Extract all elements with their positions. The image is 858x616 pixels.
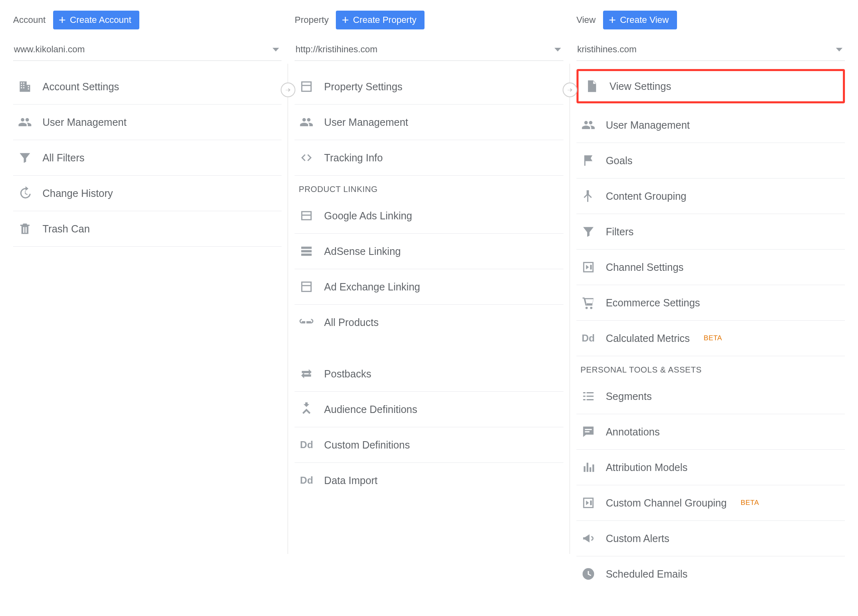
create-view-label: Create View [620,15,668,25]
scheduled-emails-item[interactable]: Scheduled Emails [576,556,845,591]
link-icon [299,315,314,330]
merge-icon [581,188,596,204]
custom-channel-grouping-item[interactable]: Custom Channel GroupingBETA [576,485,845,521]
megaphone-icon [581,531,596,546]
swap-icon [299,366,314,382]
postbacks-label: Postbacks [324,368,371,380]
move-right-icon[interactable] [563,83,577,97]
channels-icon [581,259,596,275]
comment-icon [581,424,596,440]
page-icon [584,78,600,94]
cart-icon [581,295,596,310]
beta-badge: BETA [741,499,759,507]
custom-definitions-item[interactable]: DdCustom Definitions [295,427,563,463]
admin-columns: Account + Create Account www.kikolani.co… [7,7,851,609]
caret-down-icon [836,48,842,51]
channels-icon [581,495,596,511]
code-icon [299,150,314,165]
audience-definitions-item[interactable]: Audience Definitions [295,392,563,427]
annotations-item[interactable]: Annotations [576,414,845,450]
property-settings-label: Property Settings [324,81,402,93]
google-ads-linking-item[interactable]: Google Ads Linking [295,198,563,234]
caret-down-icon [273,48,279,51]
custom-channel-grouping-label: Custom Channel Grouping [606,497,727,509]
property-linking: Google Ads LinkingAdSense LinkingAd Exch… [295,198,563,340]
layout-icon [299,79,314,94]
personal-tools-heading: PERSONAL TOOLS & ASSETS [576,356,845,379]
create-account-button[interactable]: + Create Account [53,11,140,29]
property-items: Property SettingsUser ManagementTracking… [295,69,563,176]
people-icon [17,114,33,130]
view-tools: SegmentsAnnotationsAttribution ModelsCus… [576,379,845,591]
ecommerce-settings-item[interactable]: Ecommerce Settings [576,285,845,321]
plus-icon: + [609,16,616,24]
goals-label: Goals [606,155,632,167]
dd-icon: Dd [581,330,596,346]
content-grouping-item[interactable]: Content Grouping [576,179,845,214]
attribution-models-label: Attribution Models [606,462,688,473]
account-selected: www.kikolani.com [14,44,85,55]
all-filters-item[interactable]: All Filters [13,140,282,176]
list-icon [299,243,314,259]
account-selector[interactable]: www.kikolani.com [13,41,282,61]
custom-alerts-label: Custom Alerts [606,533,670,545]
adsense-linking-item[interactable]: AdSense Linking [295,234,563,269]
caret-down-icon [554,48,561,51]
history-icon [17,185,33,201]
dd-icon: Dd [299,473,314,488]
attribution-models-item[interactable]: Attribution Models [576,450,845,485]
view-header: View + Create View [576,7,845,29]
channel-settings-item[interactable]: Channel Settings [576,250,845,285]
account-settings-item[interactable]: Account Settings [13,69,282,105]
audience-definitions-label: Audience Definitions [324,404,417,415]
scheduled-emails-label: Scheduled Emails [606,568,688,580]
user-management-item[interactable]: User Management [13,105,282,140]
filters-label: Filters [606,226,634,238]
change-history-label: Change History [42,187,113,199]
product-linking-heading: PRODUCT LINKING [295,176,563,198]
property-settings-item[interactable]: Property Settings [295,69,563,105]
create-property-label: Create Property [353,15,416,25]
view-settings-label: View Settings [610,80,671,92]
filters-item[interactable]: Filters [576,214,845,250]
plus-icon: + [59,16,66,24]
change-history-item[interactable]: Change History [13,176,282,211]
bars-icon [581,460,596,475]
all-products-label: All Products [324,317,378,328]
view-label: View [576,15,596,25]
create-view-button[interactable]: + Create View [603,11,677,29]
view-selector[interactable]: kristihines.com [576,41,845,61]
user-management-item[interactable]: User Management [576,107,845,143]
account-settings-label: Account Settings [42,81,119,93]
ad-exchange-linking-item[interactable]: Ad Exchange Linking [295,269,563,305]
account-items: Account SettingsUser ManagementAll Filte… [13,69,282,247]
segments-item[interactable]: Segments [576,379,845,414]
calculated-metrics-item[interactable]: DdCalculated MetricsBETA [576,321,845,356]
account-column: Account + Create Account www.kikolani.co… [7,7,288,609]
segments-label: Segments [606,391,652,402]
split-icon [299,402,314,417]
create-property-button[interactable]: + Create Property [336,11,425,29]
user-management-label: User Management [324,116,408,128]
plus-icon: + [342,16,349,24]
account-header: Account + Create Account [13,7,282,29]
dd-icon: Dd [299,437,314,453]
property-column: Property + Create Property http://kristi… [288,7,570,609]
create-account-label: Create Account [70,15,131,25]
property-selected: http://kristihines.com [295,44,378,55]
data-import-item[interactable]: DdData Import [295,463,563,498]
custom-alerts-item[interactable]: Custom Alerts [576,521,845,556]
channel-settings-label: Channel Settings [606,261,684,273]
account-label: Account [13,15,46,25]
tracking-info-item[interactable]: Tracking Info [295,140,563,176]
layout-icon [299,279,314,295]
property-selector[interactable]: http://kristihines.com [295,41,563,61]
goals-item[interactable]: Goals [576,143,845,179]
user-management-item[interactable]: User Management [295,105,563,140]
beta-badge: BETA [704,334,722,342]
flag-icon [581,153,596,168]
all-products-item[interactable]: All Products [295,305,563,340]
postbacks-item[interactable]: Postbacks [295,356,563,392]
trash-can-item[interactable]: Trash Can [13,211,282,247]
view-settings-item[interactable]: View Settings [576,69,845,103]
